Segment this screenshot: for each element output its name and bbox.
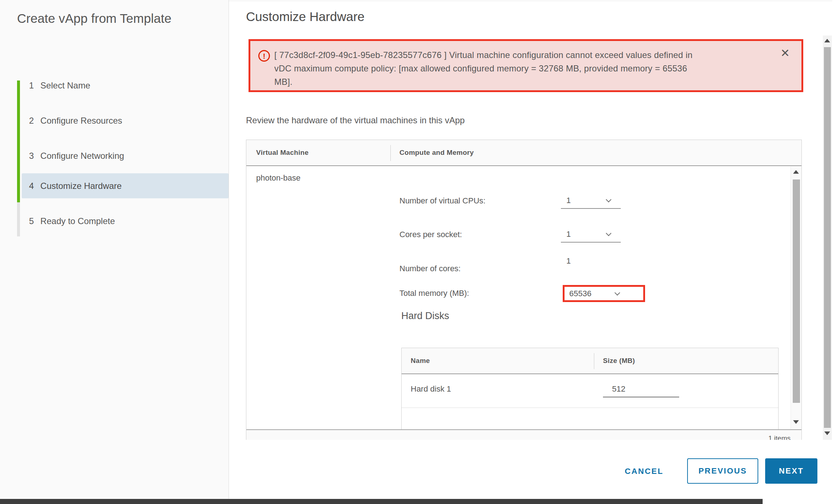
progress-bar-active <box>17 80 20 202</box>
field-label: Number of virtual CPUs: <box>399 196 561 206</box>
hard-disks-header: Name Size (MB) <box>402 348 778 374</box>
wizard-step-configure-resources[interactable]: 2 Configure Resources <box>22 113 229 129</box>
disk-name-cell: Hard disk 1 <box>411 384 451 394</box>
vm-name-cell: photon-base <box>256 173 300 183</box>
error-message-line: [ 77c3d8cf-2f09-49c1-95eb-78235577c676 ]… <box>274 48 768 62</box>
exclamation-glyph: ! <box>263 52 266 60</box>
field-label-number-of-cores: Number of cores: <box>399 264 461 273</box>
row-divider <box>402 408 778 408</box>
vm-datagrid-footer: 1 items <box>246 429 801 440</box>
grid-scrollbar-thumb[interactable] <box>793 179 800 403</box>
select-value: 65536 <box>565 289 591 298</box>
hard-disks-section-title: Hard Disks <box>401 310 449 322</box>
previous-button[interactable]: PREVIOUS <box>687 458 758 484</box>
column-divider <box>594 353 594 369</box>
wizard-step-select-name[interactable]: 1 Select Name <box>22 78 229 94</box>
step-label: Customize Hardware <box>40 181 122 191</box>
wizard-title: Create vApp from Template <box>17 9 173 27</box>
cancel-button[interactable]: CANCEL <box>625 466 664 477</box>
page-title: Customize Hardware <box>246 9 365 24</box>
cores-per-socket-select[interactable]: 1 <box>561 227 621 243</box>
error-message-line: vDC maximum compute policy: [max allowed… <box>274 62 768 75</box>
step-number: 5 <box>29 216 34 226</box>
select-value: 1 <box>561 230 571 239</box>
virtual-cpus-select[interactable]: 1 <box>561 193 621 209</box>
grid-scrollbar[interactable] <box>791 166 801 429</box>
chevron-down-icon <box>606 197 612 203</box>
scroll-down-icon[interactable] <box>824 431 830 435</box>
disk-size-input[interactable] <box>603 381 679 397</box>
scroll-down-icon[interactable] <box>793 420 799 424</box>
column-header-size-mb: Size (MB) <box>603 348 635 373</box>
step-label: Configure Resources <box>40 116 122 126</box>
field-label-total-memory: Total memory (MB): <box>399 289 469 298</box>
create-vapp-wizard-dialog: Create vApp from Template 1 Select Name … <box>0 0 833 504</box>
step-number: 3 <box>29 151 34 161</box>
vm-datagrid-header: Virtual Machine Compute and Memory <box>246 140 801 166</box>
column-header-virtual-machine: Virtual Machine <box>256 140 309 165</box>
step-label: Ready to Complete <box>40 216 115 226</box>
chevron-down-icon <box>606 231 612 236</box>
wizard-step-configure-networking[interactable]: 3 Configure Networking <box>22 148 229 164</box>
scroll-up-icon[interactable] <box>824 39 830 42</box>
scroll-up-icon[interactable] <box>793 170 799 174</box>
select-value: 1 <box>561 196 571 205</box>
column-header-compute-and-memory: Compute and Memory <box>399 140 474 165</box>
column-divider <box>390 145 391 161</box>
field-row-virtual-cpus: Number of virtual CPUs: 1 <box>399 193 762 209</box>
number-of-cores-value: 1 <box>566 256 571 266</box>
page-scrollbar-thumb[interactable] <box>824 47 831 428</box>
hard-disks-datagrid: Name Size (MB) Hard disk 1 <box>401 348 779 430</box>
field-label: Cores per socket: <box>399 230 561 239</box>
exclamation-circle-icon: ! <box>258 50 270 62</box>
error-alert: ! [ 77c3d8cf-2f09-49c1-95eb-78235577c676… <box>249 39 803 92</box>
step-number: 1 <box>29 80 34 91</box>
step-label: Select Name <box>40 80 90 91</box>
error-message: [ 77c3d8cf-2f09-49c1-95eb-78235577c676 ]… <box>274 48 768 88</box>
wizard-step-customize-hardware-current[interactable]: 4 Customize Hardware <box>22 173 229 198</box>
next-button[interactable]: NEXT <box>765 458 817 484</box>
sidebar-divider <box>229 0 229 499</box>
progress-bar-upcoming <box>17 202 20 236</box>
error-message-line: MB]. <box>274 75 768 88</box>
total-memory-select[interactable]: 65536 <box>565 287 643 300</box>
wizard-step-ready-to-complete[interactable]: 5 Ready to Complete <box>22 213 229 229</box>
page-description: Review the hardware of the virtual machi… <box>246 115 465 125</box>
wizard-sidebar: Create vApp from Template 1 Select Name … <box>0 0 229 499</box>
chevron-down-icon <box>615 290 620 296</box>
items-count: 1 items <box>768 434 791 440</box>
error-highlight-box: 65536 <box>563 285 645 302</box>
window-bottom-bar <box>0 499 763 504</box>
field-row-cores-per-socket: Cores per socket: 1 <box>399 227 762 243</box>
step-number: 2 <box>29 116 34 126</box>
step-number: 4 <box>29 181 34 191</box>
vm-datagrid: Virtual Machine Compute and Memory photo… <box>246 140 802 440</box>
close-icon[interactable]: ✕ <box>780 47 790 59</box>
page-scrollbar[interactable] <box>823 36 832 440</box>
step-label: Configure Networking <box>40 151 124 161</box>
column-header-name: Name <box>411 348 430 373</box>
